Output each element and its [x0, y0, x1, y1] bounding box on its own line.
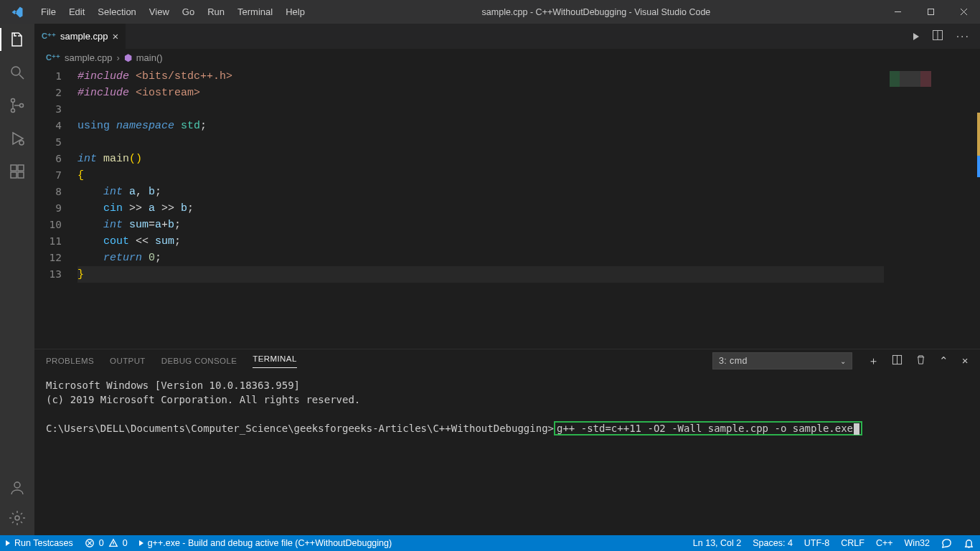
title-bar: File Edit Selection View Go Run Terminal… [0, 0, 980, 24]
code-line[interactable]: int sum=a+b; [77, 217, 884, 233]
close-button[interactable] [947, 0, 980, 24]
code-editor[interactable]: #include <bits/stdc++.h>#include <iostre… [77, 67, 884, 349]
line-number: 11 [34, 233, 77, 250]
svg-point-14 [14, 482, 20, 488]
line-number: 3 [34, 101, 77, 118]
code-line[interactable]: using namespace std; [77, 118, 884, 134]
cpp-file-icon: C⁺⁺ [46, 53, 60, 62]
menu-selection[interactable]: Selection [91, 6, 142, 17]
breadcrumb[interactable]: C⁺⁺ sample.cpp › ⬢ main() [34, 49, 980, 67]
svg-point-9 [19, 141, 24, 145]
panel-tab-debug-console[interactable]: DEBUG CONSOLE [161, 357, 237, 365]
split-terminal-icon[interactable] [892, 354, 903, 368]
minimap[interactable] [884, 67, 970, 349]
svg-point-4 [11, 67, 20, 75]
svg-line-5 [19, 75, 24, 79]
minimize-button[interactable] [881, 0, 914, 24]
terminal-cwd: C:\Users\DELL\Documents\Computer_Science… [46, 423, 554, 434]
activity-source-control[interactable] [0, 97, 34, 114]
breadcrumb-file[interactable]: sample.cpp [65, 52, 112, 63]
menu-go[interactable]: Go [176, 6, 201, 17]
line-number: 13 [34, 266, 77, 283]
editor-tab-bar: C⁺⁺ sample.cpp × ··· [34, 24, 980, 49]
line-number: 2 [34, 85, 77, 101]
terminal-cursor [854, 423, 859, 435]
status-platform[interactable]: Win32 [899, 538, 936, 549]
code-line[interactable]: int a, b; [77, 184, 884, 200]
panel-tab-problems[interactable]: PROBLEMS [46, 357, 94, 365]
terminal-selector[interactable]: 3: cmd ⌄ [712, 352, 852, 369]
status-cursor-pos[interactable]: Ln 13, Col 2 [687, 538, 747, 549]
code-line[interactable]: int main() [77, 151, 884, 167]
line-number: 1 [34, 68, 77, 85]
svg-rect-10 [11, 165, 17, 171]
code-line[interactable] [77, 134, 884, 151]
code-line[interactable]: #include <bits/stdc++.h> [77, 68, 884, 85]
status-eol[interactable]: CRLF [835, 538, 870, 549]
svg-rect-1 [928, 9, 933, 15]
activity-bar [0, 24, 34, 535]
code-line[interactable] [77, 101, 884, 118]
kill-terminal-icon[interactable] [915, 354, 926, 368]
maximize-button[interactable] [914, 0, 947, 24]
panel-tab-terminal[interactable]: TERMINAL [253, 354, 296, 368]
code-line[interactable]: cout << sum; [77, 233, 884, 250]
status-encoding[interactable]: UTF-8 [798, 538, 835, 549]
menu-view[interactable]: View [143, 6, 176, 17]
svg-point-8 [20, 104, 24, 108]
menu-edit[interactable]: Edit [62, 6, 91, 17]
status-bell-icon[interactable] [958, 538, 980, 549]
status-errors: 0 [99, 538, 104, 548]
svg-point-7 [11, 109, 15, 113]
svg-point-15 [15, 516, 19, 520]
line-number-gutter: 12345678910111213 [34, 67, 77, 349]
status-feedback-icon[interactable] [936, 538, 958, 549]
code-line[interactable]: { [77, 167, 884, 184]
code-line[interactable]: } [77, 266, 884, 283]
activity-account[interactable] [0, 479, 34, 496]
status-bar: Run Testcases 0 0 g++.exe - Build and de… [0, 535, 980, 551]
activity-run-debug[interactable] [0, 130, 34, 147]
code-line[interactable]: cin >> a >> b; [77, 200, 884, 217]
code-line[interactable]: return 0; [77, 250, 884, 266]
menu-run[interactable]: Run [201, 6, 231, 17]
breadcrumb-symbol[interactable]: main() [136, 52, 163, 63]
activity-explorer[interactable] [0, 31, 34, 48]
status-build-task[interactable]: g++.exe - Build and debug active file (C… [133, 538, 398, 548]
play-icon [139, 540, 143, 546]
code-line[interactable]: #include <iostream> [77, 85, 884, 101]
overview-ruler[interactable] [970, 67, 980, 349]
terminal-command: g++ -std=c++11 -O2 -Wall sample.cpp -o s… [557, 423, 853, 434]
menu-file[interactable]: File [34, 6, 62, 17]
menu-terminal[interactable]: Terminal [231, 6, 279, 17]
terminal-line: Microsoft Windows [Version 10.0.18363.95… [46, 380, 300, 391]
new-terminal-icon[interactable]: ＋ [868, 354, 879, 368]
status-indent[interactable]: Spaces: 4 [747, 538, 798, 549]
window-title: sample.cpp - C++WithoutDebugging - Visua… [311, 7, 881, 17]
symbol-icon: ⬢ [124, 52, 132, 63]
tab-close-icon[interactable]: × [112, 30, 118, 42]
tab-sample-cpp[interactable]: C⁺⁺ sample.cpp × [34, 24, 126, 49]
panel-tab-output[interactable]: OUTPUT [110, 357, 146, 365]
status-run-testcases[interactable]: Run Testcases [0, 538, 79, 548]
status-run-label: Run Testcases [14, 538, 73, 548]
terminal[interactable]: Microsoft Windows [Version 10.0.18363.95… [34, 372, 980, 535]
maximize-panel-icon[interactable]: ⌃ [939, 354, 948, 368]
close-panel-icon[interactable]: × [962, 354, 969, 368]
line-number: 5 [34, 134, 77, 151]
activity-settings[interactable] [0, 509, 34, 527]
line-number: 10 [34, 217, 77, 233]
status-language[interactable]: C++ [870, 538, 899, 549]
more-actions-icon[interactable]: ··· [956, 30, 970, 43]
activity-extensions[interactable] [0, 163, 34, 180]
line-number: 8 [34, 184, 77, 200]
split-editor-icon[interactable] [932, 29, 943, 44]
status-problems[interactable]: 0 0 [79, 538, 133, 548]
terminal-line: (c) 2019 Microsoft Corporation. All righ… [46, 394, 360, 405]
line-number: 6 [34, 151, 77, 167]
menu-help[interactable]: Help [279, 6, 311, 17]
line-number: 4 [34, 118, 77, 134]
svg-rect-13 [18, 172, 24, 178]
activity-search[interactable] [0, 64, 34, 81]
run-file-icon[interactable] [913, 30, 919, 43]
